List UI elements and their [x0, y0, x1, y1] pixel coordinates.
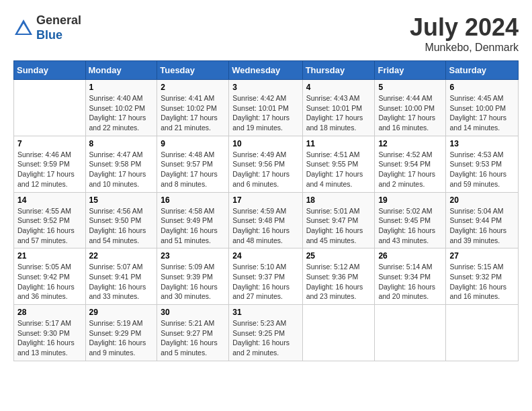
month-year-title: July 2024: [410, 13, 519, 42]
calendar-cell: 8Sunrise: 4:47 AMSunset: 9:58 PMDaylight…: [85, 136, 157, 192]
day-number: 5: [378, 83, 442, 92]
calendar-cell: 19Sunrise: 5:02 AMSunset: 9:45 PMDayligh…: [375, 192, 446, 248]
day-number: 21: [17, 251, 82, 261]
calendar-body: 1Sunrise: 4:40 AMSunset: 10:02 PMDayligh…: [14, 80, 519, 361]
calendar-cell: 5Sunrise: 4:44 AMSunset: 10:00 PMDayligh…: [375, 80, 446, 136]
day-number: 6: [449, 83, 515, 92]
calendar-cell: 4Sunrise: 4:43 AMSunset: 10:01 PMDayligh…: [302, 80, 375, 136]
day-number: 25: [306, 251, 371, 261]
day-number: 12: [378, 139, 442, 148]
day-number: 15: [89, 195, 154, 205]
calendar-cell: 6Sunrise: 4:45 AMSunset: 10:00 PMDayligh…: [446, 80, 519, 136]
cell-info: Sunrise: 5:04 AMSunset: 9:44 PMDaylight:…: [449, 206, 515, 246]
calendar-cell: 10Sunrise: 4:49 AMSunset: 9:56 PMDayligh…: [229, 136, 302, 192]
cell-info: Sunrise: 5:21 AMSunset: 9:27 PMDaylight:…: [161, 318, 225, 358]
location-subtitle: Munkebo, Denmark: [410, 42, 519, 54]
cell-info: Sunrise: 4:46 AMSunset: 9:59 PMDaylight:…: [17, 150, 82, 189]
calendar-cell: 20Sunrise: 5:04 AMSunset: 9:44 PMDayligh…: [446, 192, 519, 248]
day-number: 28: [17, 308, 82, 317]
calendar-cell: 16Sunrise: 4:58 AMSunset: 9:49 PMDayligh…: [157, 192, 229, 248]
cell-info: Sunrise: 4:45 AMSunset: 10:00 PMDaylight…: [449, 93, 515, 133]
day-number: 18: [306, 195, 371, 205]
calendar-cell: [375, 305, 446, 361]
day-number: 24: [232, 251, 298, 261]
day-number: 22: [89, 251, 154, 261]
logo-general-text: General: [36, 13, 81, 28]
calendar-cell: 25Sunrise: 5:12 AMSunset: 9:36 PMDayligh…: [302, 248, 375, 305]
calendar-cell: 2Sunrise: 4:41 AMSunset: 10:02 PMDayligh…: [157, 80, 229, 136]
cell-info: Sunrise: 4:52 AMSunset: 9:54 PMDaylight:…: [378, 150, 442, 189]
day-number: 29: [89, 308, 154, 317]
calendar-week-2: 7Sunrise: 4:46 AMSunset: 9:59 PMDaylight…: [14, 136, 519, 192]
calendar-week-5: 28Sunrise: 5:17 AMSunset: 9:30 PMDayligh…: [14, 305, 519, 361]
cell-info: Sunrise: 5:07 AMSunset: 9:41 PMDaylight:…: [89, 262, 154, 302]
day-number: 7: [17, 139, 82, 148]
day-number: 16: [161, 195, 225, 205]
calendar-cell: 22Sunrise: 5:07 AMSunset: 9:41 PMDayligh…: [85, 248, 157, 305]
calendar-cell: 29Sunrise: 5:19 AMSunset: 9:29 PMDayligh…: [85, 305, 157, 361]
calendar-cell: 9Sunrise: 4:48 AMSunset: 9:57 PMDaylight…: [157, 136, 229, 192]
calendar-week-3: 14Sunrise: 4:55 AMSunset: 9:52 PMDayligh…: [14, 192, 519, 248]
day-number: 20: [449, 195, 515, 205]
title-section: July 2024 Munkebo, Denmark: [410, 13, 519, 54]
cell-info: Sunrise: 5:05 AMSunset: 9:42 PMDaylight:…: [17, 262, 82, 302]
day-number: 27: [449, 251, 515, 261]
calendar-cell: 15Sunrise: 4:56 AMSunset: 9:50 PMDayligh…: [85, 192, 157, 248]
day-number: 8: [89, 139, 154, 148]
cell-info: Sunrise: 5:09 AMSunset: 9:39 PMDaylight:…: [161, 262, 225, 302]
cell-info: Sunrise: 5:10 AMSunset: 9:37 PMDaylight:…: [232, 262, 298, 302]
calendar-cell: 26Sunrise: 5:14 AMSunset: 9:34 PMDayligh…: [375, 248, 446, 305]
cell-info: Sunrise: 4:49 AMSunset: 9:56 PMDaylight:…: [232, 150, 298, 189]
calendar-cell: 24Sunrise: 5:10 AMSunset: 9:37 PMDayligh…: [229, 248, 302, 305]
day-header-monday: Monday: [85, 61, 157, 80]
calendar-cell: 17Sunrise: 4:59 AMSunset: 9:48 PMDayligh…: [229, 192, 302, 248]
day-number: 14: [17, 195, 82, 205]
day-number: 31: [232, 308, 298, 317]
day-number: 9: [161, 139, 225, 148]
calendar-cell: 21Sunrise: 5:05 AMSunset: 9:42 PMDayligh…: [14, 248, 86, 305]
logo-icon: [13, 18, 34, 38]
day-number: 17: [232, 195, 298, 205]
cell-info: Sunrise: 5:01 AMSunset: 9:47 PMDaylight:…: [306, 206, 371, 246]
day-number: 30: [161, 308, 225, 317]
day-number: 26: [378, 251, 442, 261]
calendar-cell: 14Sunrise: 4:55 AMSunset: 9:52 PMDayligh…: [14, 192, 86, 248]
calendar-cell: [302, 305, 375, 361]
calendar-cell: [446, 305, 519, 361]
cell-info: Sunrise: 5:17 AMSunset: 9:30 PMDaylight:…: [17, 318, 82, 358]
cell-info: Sunrise: 4:48 AMSunset: 9:57 PMDaylight:…: [161, 150, 225, 189]
day-number: 13: [449, 139, 515, 148]
calendar-cell: 23Sunrise: 5:09 AMSunset: 9:39 PMDayligh…: [157, 248, 229, 305]
cell-info: Sunrise: 5:12 AMSunset: 9:36 PMDaylight:…: [306, 262, 371, 302]
cell-info: Sunrise: 4:58 AMSunset: 9:49 PMDaylight:…: [161, 206, 225, 246]
calendar-cell: 7Sunrise: 4:46 AMSunset: 9:59 PMDaylight…: [14, 136, 86, 192]
calendar-table: SundayMondayTuesdayWednesdayThursdayFrid…: [13, 60, 519, 361]
calendar-cell: 18Sunrise: 5:01 AMSunset: 9:47 PMDayligh…: [302, 192, 375, 248]
calendar-week-4: 21Sunrise: 5:05 AMSunset: 9:42 PMDayligh…: [14, 248, 519, 305]
calendar-cell: 30Sunrise: 5:21 AMSunset: 9:27 PMDayligh…: [157, 305, 229, 361]
cell-info: Sunrise: 4:43 AMSunset: 10:01 PMDaylight…: [306, 93, 371, 133]
calendar-header: SundayMondayTuesdayWednesdayThursdayFrid…: [14, 61, 519, 80]
calendar-cell: 28Sunrise: 5:17 AMSunset: 9:30 PMDayligh…: [14, 305, 86, 361]
cell-info: Sunrise: 4:56 AMSunset: 9:50 PMDaylight:…: [89, 206, 154, 246]
cell-info: Sunrise: 5:19 AMSunset: 9:29 PMDaylight:…: [89, 318, 154, 358]
calendar-cell: 12Sunrise: 4:52 AMSunset: 9:54 PMDayligh…: [375, 136, 446, 192]
cell-info: Sunrise: 4:42 AMSunset: 10:01 PMDaylight…: [232, 93, 298, 133]
page-header: General Blue July 2024 Munkebo, Denmark: [13, 13, 519, 54]
day-number: 1: [89, 83, 154, 92]
day-header-tuesday: Tuesday: [157, 61, 229, 80]
day-header-wednesday: Wednesday: [229, 61, 302, 80]
calendar-cell: 1Sunrise: 4:40 AMSunset: 10:02 PMDayligh…: [85, 80, 157, 136]
day-number: 4: [306, 83, 371, 92]
cell-info: Sunrise: 5:14 AMSunset: 9:34 PMDaylight:…: [378, 262, 442, 302]
calendar-week-1: 1Sunrise: 4:40 AMSunset: 10:02 PMDayligh…: [14, 80, 519, 136]
day-header-sunday: Sunday: [14, 61, 86, 80]
cell-info: Sunrise: 5:23 AMSunset: 9:25 PMDaylight:…: [232, 318, 298, 358]
cell-info: Sunrise: 4:59 AMSunset: 9:48 PMDaylight:…: [232, 206, 298, 246]
day-number: 11: [306, 139, 371, 148]
header-row: SundayMondayTuesdayWednesdayThursdayFrid…: [14, 61, 519, 80]
day-header-saturday: Saturday: [446, 61, 519, 80]
calendar-cell: 31Sunrise: 5:23 AMSunset: 9:25 PMDayligh…: [229, 305, 302, 361]
day-number: 23: [161, 251, 225, 261]
day-number: 3: [232, 83, 298, 92]
